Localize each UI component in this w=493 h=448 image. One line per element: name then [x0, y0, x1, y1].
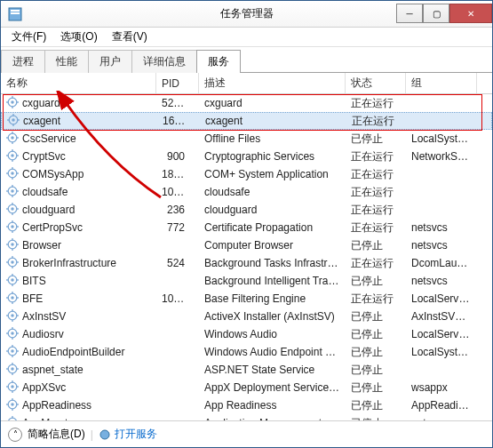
service-name: BITS: [22, 275, 46, 287]
table-row[interactable]: CscServiceOffline Files已停止LocalSystem...: [1, 130, 492, 148]
col-header-name[interactable]: 名称: [1, 73, 156, 93]
service-status: 正在运行: [346, 167, 406, 182]
table-row[interactable]: AudiosrvWindows Audio已停止LocalService...: [1, 325, 492, 343]
gear-icon: [6, 292, 19, 307]
status-bar: ˄ 简略信息(D) | 打开服务: [1, 420, 492, 447]
service-desc: Windows Audio: [199, 328, 346, 340]
tab-processes[interactable]: 进程: [1, 50, 45, 73]
svg-point-76: [11, 314, 14, 317]
table-row[interactable]: BrokerInfrastructure524Background Tasks …: [1, 254, 492, 272]
service-status: 已停止: [346, 132, 406, 147]
open-services-link[interactable]: 打开服务: [99, 427, 157, 442]
table-row[interactable]: cloudsafe1072cloudsafe正在运行: [1, 183, 492, 201]
service-desc: AppX Deployment Service (A...: [199, 381, 346, 394]
service-desc: Windows Audio Endpoint Buil...: [199, 346, 346, 358]
gear-icon: [6, 220, 19, 236]
col-header-desc[interactable]: 描述: [199, 73, 346, 93]
table-body: cxguard5212cxguard正在运行cxagent1696cxagent…: [1, 94, 492, 427]
gear-icon: [6, 274, 19, 289]
svg-point-16: [11, 136, 14, 140]
table-row[interactable]: AppReadinessApp Readiness已停止AppReadiness: [1, 396, 492, 414]
tab-details[interactable]: 详细信息: [131, 50, 197, 73]
service-desc: ActiveX Installer (AxInstSV): [199, 310, 346, 323]
chevron-up-icon[interactable]: ˄: [8, 428, 22, 442]
services-table: 名称 PID 描述 状态 组 cxguard5212cxguard正在运行cxa…: [1, 73, 492, 427]
svg-point-34: [11, 189, 14, 193]
table-row[interactable]: BITSBackground Intelligent Transf...已停止n…: [1, 272, 492, 290]
service-status: 正在运行: [346, 203, 406, 218]
gear-icon: [6, 132, 19, 147]
service-desc: App Readiness: [199, 399, 346, 412]
service-pid: 772: [156, 221, 199, 234]
menu-bar: 文件(F) 选项(O) 查看(V): [1, 28, 492, 47]
service-status: 正在运行: [346, 96, 406, 111]
service-desc: ASP.NET State Service: [199, 364, 346, 376]
service-desc: COM+ System Application: [199, 168, 346, 180]
service-desc: Certificate Propagation: [199, 221, 346, 234]
menu-options[interactable]: 选项(O): [53, 28, 104, 46]
table-row[interactable]: cloudguard236cloudguard正在运行: [1, 201, 492, 219]
table-row[interactable]: AxInstSVActiveX Installer (AxInstSV)已停止A…: [1, 308, 492, 325]
service-group: netsvcs: [406, 221, 477, 234]
minimize-button[interactable]: ─: [396, 4, 423, 23]
table-row[interactable]: cxguard5212cxguard正在运行: [1, 94, 492, 112]
service-name: CscService: [22, 132, 76, 145]
col-header-group[interactable]: 组: [406, 73, 477, 93]
service-desc: cxguard: [199, 97, 346, 109]
service-group: NetworkServi...: [406, 150, 477, 163]
maximize-button[interactable]: ▢: [423, 4, 449, 23]
table-row[interactable]: AppXSvcAppX Deployment Service (A...已停止w…: [1, 379, 492, 396]
svg-point-88: [11, 349, 14, 353]
service-status: 正在运行: [346, 220, 406, 236]
gear-icon: [6, 185, 19, 200]
service-status: 正在运行: [346, 256, 406, 271]
tab-users[interactable]: 用户: [88, 50, 132, 73]
service-group: LocalService...: [406, 328, 477, 340]
service-group: wsappx: [406, 381, 477, 394]
tab-services[interactable]: 服务: [196, 50, 241, 73]
table-row[interactable]: AudioEndpointBuilderWindows Audio Endpoi…: [1, 343, 492, 361]
service-pid: 5212: [156, 97, 199, 109]
table-row[interactable]: BrowserComputer Browser已停止netsvcs: [1, 236, 492, 254]
service-desc: Offline Files: [199, 132, 346, 145]
svg-point-22: [11, 154, 14, 157]
table-row[interactable]: aspnet_stateASP.NET State Service已停止: [1, 361, 492, 379]
fewer-details-link[interactable]: 简略信息(D): [28, 427, 85, 442]
service-group: DcomLaunch: [406, 257, 477, 269]
service-status: 正在运行: [346, 114, 407, 129]
service-name: AppReadiness: [22, 399, 91, 412]
service-pid: 1828: [156, 168, 199, 180]
service-group: netsvcs: [406, 275, 477, 287]
service-pid: 900: [156, 150, 199, 163]
title-bar[interactable]: 任务管理器 ─ ▢ ✕: [1, 1, 492, 28]
service-name: cxagent: [23, 115, 60, 127]
gear-icon: [6, 203, 19, 218]
table-row[interactable]: CertPropSvc772Certificate Propagation正在运…: [1, 219, 492, 236]
service-group: AppReadiness: [406, 399, 477, 412]
service-group: LocalSystem...: [406, 346, 477, 358]
col-header-pid[interactable]: PID: [156, 73, 199, 93]
menu-file[interactable]: 文件(F): [4, 28, 53, 46]
service-name: aspnet_state: [22, 364, 83, 376]
table-row[interactable]: BFE1008Base Filtering Engine正在运行LocalSer…: [1, 290, 492, 308]
menu-view[interactable]: 查看(V): [105, 28, 155, 46]
svg-point-82: [11, 332, 14, 335]
col-header-status[interactable]: 状态: [346, 73, 406, 93]
service-group: AxInstSVGroup: [406, 310, 477, 323]
tab-performance[interactable]: 性能: [44, 50, 89, 73]
service-name: AppXSvc: [22, 381, 66, 394]
table-row[interactable]: COMSysApp1828COM+ System Application正在运行: [1, 165, 492, 183]
close-button[interactable]: ✕: [449, 4, 492, 23]
app-icon: [8, 7, 22, 21]
service-name: CryptSvc: [22, 150, 66, 163]
gear-icon: [6, 327, 19, 342]
service-name: CertPropSvc: [22, 221, 83, 234]
table-row[interactable]: CryptSvc900Cryptographic Services正在运行Net…: [1, 148, 492, 165]
table-row[interactable]: cxagent1696cxagent正在运行: [1, 112, 492, 130]
service-status: 已停止: [346, 327, 406, 342]
service-status: 已停止: [346, 398, 406, 413]
gear-icon: [6, 380, 19, 396]
service-group: LocalSystem...: [406, 132, 477, 145]
service-desc: Background Tasks Infrastruct...: [199, 257, 346, 269]
svg-point-64: [11, 278, 14, 282]
